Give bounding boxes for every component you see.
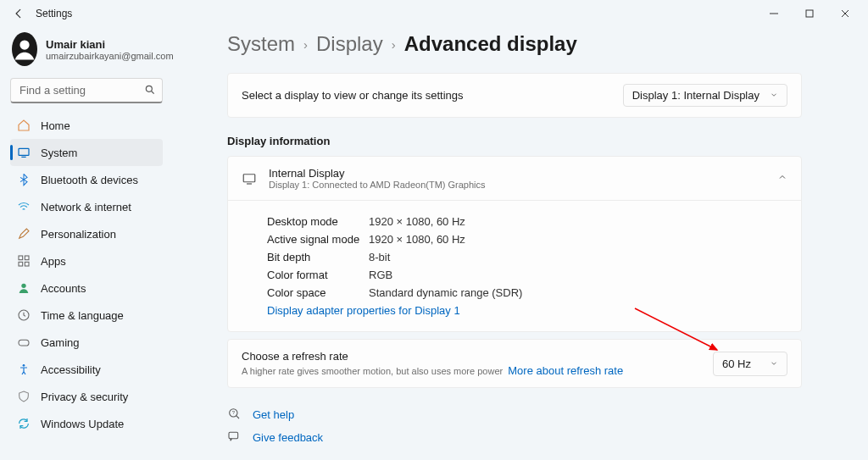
display-connection: Display 1: Connected to AMD Radeon(TM) G… <box>269 180 765 190</box>
info-label: Bit depth <box>267 251 369 263</box>
sidebar-item-label: Privacy & security <box>41 391 128 403</box>
svg-rect-15 <box>19 340 29 346</box>
sidebar-item-label: Accessibility <box>41 363 101 376</box>
sidebar-item-system[interactable]: System <box>10 139 163 166</box>
refresh-rate-card: Choose a refresh rate A higher rate give… <box>227 339 802 388</box>
refresh-rate-dropdown[interactable]: 60 Hz <box>713 352 787 376</box>
svg-rect-11 <box>19 262 23 266</box>
minimize-button[interactable] <box>758 2 790 25</box>
more-about-refresh-link[interactable]: More about refresh rate <box>508 364 623 377</box>
sidebar-item-label: Accounts <box>41 282 86 295</box>
svg-rect-1 <box>806 10 813 17</box>
accessibility-icon <box>17 363 31 376</box>
breadcrumb: System › Display › Advanced display <box>227 32 802 56</box>
sidebar-item-network[interactable]: Network & internet <box>10 193 163 220</box>
display-selector-card: Select a display to view or change its s… <box>227 73 802 118</box>
breadcrumb-current: Advanced display <box>404 32 577 56</box>
svg-point-16 <box>23 364 25 367</box>
info-row: Color formatRGB <box>267 266 787 284</box>
display-selector-dropdown[interactable]: Display 1: Internal Display <box>623 84 787 107</box>
get-help-link[interactable]: ?Get help <box>227 403 802 426</box>
adapter-properties-link[interactable]: Display adapter properties for Display 1 <box>267 302 787 319</box>
person-icon <box>17 281 31 295</box>
user-email: umairzubairkayani@gmail.com <box>46 51 174 61</box>
back-button[interactable] <box>7 2 31 25</box>
svg-rect-17 <box>243 174 255 181</box>
clock-icon <box>17 308 31 322</box>
chevron-down-icon <box>770 89 778 102</box>
sidebar-item-update[interactable]: Windows Update <box>10 410 163 437</box>
svg-point-5 <box>146 86 152 91</box>
link-text: Get help <box>253 408 294 421</box>
sidebar-item-time[interactable]: Time & language <box>10 302 163 329</box>
breadcrumb-system[interactable]: System <box>227 32 295 56</box>
chevron-up-icon[interactable] <box>777 172 787 185</box>
apps-icon <box>17 254 31 268</box>
sidebar-item-label: Home <box>41 119 70 132</box>
chevron-right-icon: › <box>303 37 308 52</box>
info-row: Desktop mode1920 × 1080, 60 Hz <box>267 213 787 230</box>
info-row: Color spaceStandard dynamic range (SDR) <box>267 284 787 302</box>
window-title: Settings <box>36 8 72 19</box>
info-label: Active signal mode <box>267 233 369 246</box>
system-icon <box>17 146 31 159</box>
sidebar: Umair kiani umairzubairkayani@gmail.com … <box>0 27 170 460</box>
feedback-icon <box>227 430 241 446</box>
section-title: Display information <box>227 135 802 147</box>
sidebar-item-label: Windows Update <box>41 418 124 430</box>
svg-rect-9 <box>19 256 23 260</box>
display-info-header[interactable]: Internal Display Display 1: Connected to… <box>228 157 801 200</box>
search-icon <box>144 84 156 98</box>
sidebar-item-label: Bluetooth & devices <box>41 174 138 186</box>
sidebar-item-label: Time & language <box>41 309 124 322</box>
sidebar-item-label: Apps <box>41 255 66 268</box>
info-row: Bit depth8-bit <box>267 248 787 266</box>
selector-prompt: Select a display to view or change its s… <box>242 89 464 102</box>
display-name: Internal Display <box>269 167 765 180</box>
maximize-button[interactable] <box>793 2 826 25</box>
nav: Home System Bluetooth & devices Network … <box>10 112 163 437</box>
svg-rect-10 <box>25 256 29 260</box>
sidebar-item-personalization[interactable]: Personalization <box>10 220 163 247</box>
link-text: Display adapter properties for Display 1 <box>267 304 460 317</box>
refresh-sub: A higher rate gives smoother motion, but… <box>242 366 503 376</box>
profile[interactable]: Umair kiani umairzubairkayani@gmail.com <box>10 30 163 78</box>
chevron-down-icon <box>770 357 778 370</box>
monitor-icon <box>242 171 257 186</box>
main: System › Display › Advanced display Sele… <box>170 27 868 460</box>
brush-icon <box>17 227 31 241</box>
window-controls <box>758 2 861 25</box>
svg-rect-23 <box>229 432 238 438</box>
svg-rect-12 <box>25 262 29 266</box>
sidebar-item-apps[interactable]: Apps <box>10 247 163 274</box>
sidebar-item-accounts[interactable]: Accounts <box>10 274 163 302</box>
svg-line-21 <box>236 416 239 418</box>
link-text: Give feedback <box>253 431 323 444</box>
info-value: 8-bit <box>369 251 390 263</box>
sidebar-item-gaming[interactable]: Gaming <box>10 329 163 356</box>
svg-point-4 <box>19 40 29 49</box>
sidebar-item-home[interactable]: Home <box>10 112 163 139</box>
help-icon: ? <box>227 407 241 423</box>
search-input[interactable] <box>10 78 163 103</box>
avatar <box>12 32 37 66</box>
sidebar-item-label: System <box>41 147 77 159</box>
display-info-body: Desktop mode1920 × 1080, 60 Hz Active si… <box>228 200 801 331</box>
give-feedback-link[interactable]: Give feedback <box>227 426 802 449</box>
shield-icon <box>17 390 31 403</box>
sidebar-item-accessibility[interactable]: Accessibility <box>10 356 163 383</box>
display-selector-value: Display 1: Internal Display <box>632 89 760 102</box>
home-icon <box>17 119 31 132</box>
sidebar-item-privacy[interactable]: Privacy & security <box>10 383 163 410</box>
info-row: Active signal mode1920 × 1080, 60 Hz <box>267 230 787 248</box>
info-label: Color space <box>267 286 369 299</box>
close-button[interactable] <box>829 2 861 25</box>
sidebar-item-bluetooth[interactable]: Bluetooth & devices <box>10 166 163 193</box>
svg-rect-7 <box>19 148 29 155</box>
update-icon <box>17 417 31 430</box>
info-label: Desktop mode <box>267 215 369 228</box>
refresh-title: Choose a refresh rate <box>242 350 623 363</box>
svg-point-13 <box>21 284 25 288</box>
titlebar: Settings <box>0 0 868 27</box>
breadcrumb-display[interactable]: Display <box>316 32 383 56</box>
